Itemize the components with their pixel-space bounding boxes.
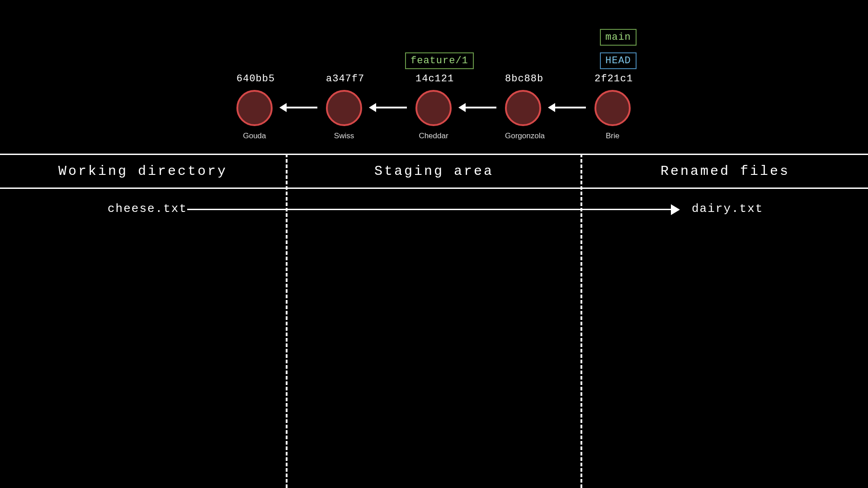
commit-circle-icon <box>326 90 362 126</box>
target-file: dairy.txt <box>692 202 763 216</box>
commit-message: Gouda <box>236 131 273 141</box>
parent-arrow-icon <box>465 107 496 108</box>
commit-circle-icon <box>415 90 452 126</box>
commit-node: a347f7 Swiss <box>326 73 362 141</box>
section-divider <box>580 154 582 488</box>
section-header-renamed: Renamed files <box>582 154 868 189</box>
commit-node: 14c121 Cheddar <box>415 73 452 141</box>
commit-graph: main HEAD feature/1 640bb5 Gouda a347f7 … <box>0 23 868 145</box>
branch-ref-feature: feature/1 <box>405 52 474 69</box>
commit-hash: 640bb5 <box>236 73 273 84</box>
commit-node: 8bc88b Gorgonzola <box>505 73 541 141</box>
section-header-staging: Staging area <box>288 154 580 189</box>
commit-hash: 8bc88b <box>505 73 541 84</box>
commit-message: Brie <box>594 131 631 141</box>
file-sections: Working directory Staging area Renamed f… <box>0 154 868 488</box>
commit-message: Swiss <box>326 131 362 141</box>
source-file: cheese.txt <box>108 202 187 216</box>
commit-message: Gorgonzola <box>505 131 541 141</box>
commit-hash: 14c121 <box>415 73 452 84</box>
commit-hash: 2f21c1 <box>594 73 631 84</box>
section-header-working: Working directory <box>0 154 286 189</box>
parent-arrow-icon <box>286 107 317 108</box>
commit-node: 2f21c1 Brie <box>594 73 631 141</box>
commit-node: 640bb5 Gouda <box>236 73 273 141</box>
head-ref: HEAD <box>600 52 637 69</box>
commit-circle-icon <box>236 90 273 126</box>
commit-circle-icon <box>594 90 631 126</box>
section-divider <box>286 154 288 488</box>
commit-circle-icon <box>505 90 541 126</box>
parent-arrow-icon <box>554 107 586 108</box>
commit-message: Cheddar <box>415 131 452 141</box>
rename-arrow-icon <box>187 209 672 210</box>
branch-ref-main: main <box>600 29 637 46</box>
parent-arrow-icon <box>375 107 407 108</box>
commit-hash: a347f7 <box>326 73 362 84</box>
